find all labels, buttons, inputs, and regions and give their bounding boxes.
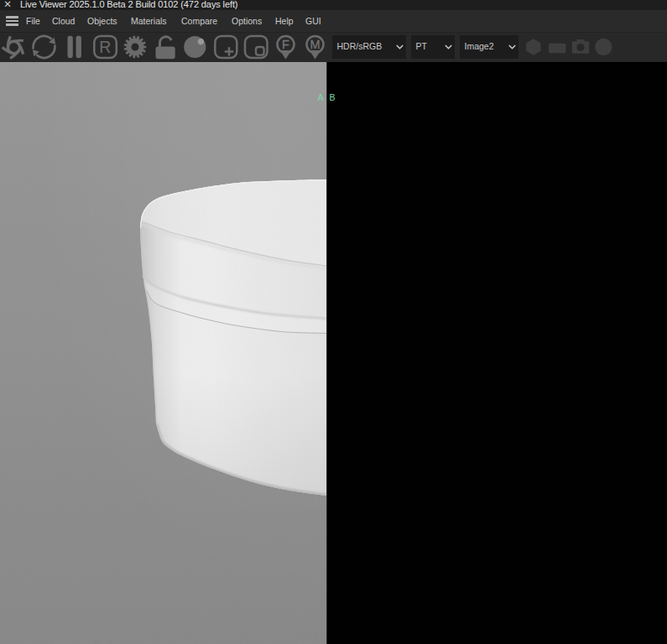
svg-text:R: R	[99, 38, 111, 56]
svg-text:M: M	[310, 38, 320, 51]
svg-text:B: B	[330, 92, 336, 102]
svg-text:F: F	[282, 38, 289, 51]
svg-text:A: A	[318, 92, 324, 102]
